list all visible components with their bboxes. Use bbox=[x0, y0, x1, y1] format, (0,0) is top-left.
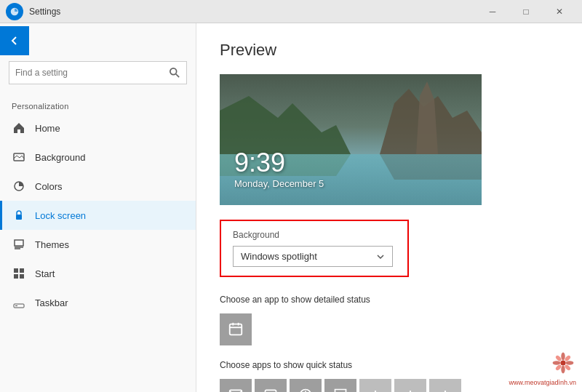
sidebar-item-taskbar-label: Taskbar bbox=[35, 297, 68, 308]
search-box[interactable] bbox=[9, 61, 187, 84]
sidebar: Personalization Home Background Colors bbox=[0, 23, 196, 392]
sidebar-item-themes-label: Themes bbox=[35, 239, 69, 250]
sidebar-item-colors[interactable]: Colors bbox=[0, 172, 196, 201]
home-icon bbox=[12, 121, 26, 135]
svg-rect-9 bbox=[20, 268, 24, 273]
themes-icon bbox=[12, 237, 26, 252]
search-icon bbox=[163, 61, 186, 84]
sidebar-item-start-label: Start bbox=[35, 268, 55, 279]
colors-icon bbox=[12, 179, 26, 193]
search-input[interactable] bbox=[9, 68, 163, 78]
window-controls: ─ □ ✕ bbox=[476, 0, 576, 23]
calendar-small-icon bbox=[263, 388, 278, 392]
chat-icon bbox=[333, 388, 348, 392]
app-icon bbox=[6, 3, 23, 20]
watermark-logo bbox=[550, 350, 576, 376]
sidebar-item-start[interactable]: Start bbox=[0, 259, 196, 288]
watermark-text: www.meovatgiadình.vn bbox=[509, 379, 576, 386]
background-dropdown[interactable]: Windows spotlight bbox=[233, 246, 393, 267]
sidebar-item-background[interactable]: Background bbox=[0, 143, 196, 172]
plus-icon-3 bbox=[438, 388, 453, 392]
close-button[interactable]: ✕ bbox=[543, 0, 576, 23]
svg-line-2 bbox=[176, 74, 179, 77]
page-title: Preview bbox=[220, 41, 559, 60]
quick-app-add-3[interactable] bbox=[429, 379, 461, 392]
quick-app-mail[interactable] bbox=[220, 379, 252, 392]
svg-rect-16 bbox=[230, 324, 242, 335]
quick-app-add-1[interactable] bbox=[359, 379, 391, 392]
background-section: Background Windows spotlight bbox=[220, 220, 409, 277]
sidebar-item-home-label: Home bbox=[35, 123, 60, 134]
quick-status-label: Choose apps to show quick status bbox=[220, 360, 559, 370]
svg-point-37 bbox=[564, 355, 571, 362]
quick-app-clock[interactable] bbox=[290, 379, 322, 392]
maximize-button[interactable]: □ bbox=[509, 0, 543, 23]
sidebar-item-taskbar[interactable]: Taskbar bbox=[0, 288, 196, 317]
sidebar-item-colors-label: Colors bbox=[35, 181, 63, 192]
svg-rect-11 bbox=[20, 274, 24, 279]
calendar-icon bbox=[228, 321, 244, 337]
sidebar-item-lock-screen[interactable]: Lock screen bbox=[0, 201, 196, 230]
plus-icon-1 bbox=[368, 388, 383, 392]
plus-icon-2 bbox=[403, 388, 418, 392]
sidebar-item-background-label: Background bbox=[35, 152, 85, 163]
lock-icon bbox=[12, 208, 26, 223]
background-icon bbox=[12, 150, 26, 164]
clock-icon bbox=[298, 388, 313, 392]
sidebar-item-themes[interactable]: Themes bbox=[0, 230, 196, 259]
background-value: Windows spotlight bbox=[241, 251, 317, 262]
svg-rect-13 bbox=[15, 305, 17, 306]
sidebar-section-label: Personalization bbox=[0, 96, 196, 113]
svg-point-33 bbox=[553, 361, 561, 364]
svg-point-30 bbox=[560, 360, 565, 365]
watermark: www.meovatgiadình.vn bbox=[509, 350, 576, 386]
app-container: Personalization Home Background Colors bbox=[0, 23, 582, 392]
svg-point-36 bbox=[564, 364, 571, 371]
preview-time: 9:39 bbox=[234, 150, 285, 176]
start-icon bbox=[12, 266, 26, 281]
svg-rect-8 bbox=[14, 268, 18, 273]
svg-point-32 bbox=[561, 366, 565, 374]
svg-point-31 bbox=[561, 353, 565, 361]
back-button[interactable] bbox=[0, 26, 29, 55]
window-title: Settings bbox=[29, 7, 476, 17]
svg-point-1 bbox=[170, 68, 177, 75]
svg-point-38 bbox=[555, 364, 562, 371]
svg-rect-5 bbox=[16, 215, 22, 220]
taskbar-icon bbox=[12, 295, 26, 310]
quick-app-calendar[interactable] bbox=[255, 379, 287, 392]
detailed-status-label: Choose an app to show detailed status bbox=[220, 295, 559, 305]
preview-date: Monday, December 5 bbox=[234, 178, 324, 189]
titlebar: Settings ─ □ ✕ bbox=[0, 0, 582, 23]
svg-point-35 bbox=[555, 355, 562, 362]
chevron-down-icon bbox=[376, 252, 385, 261]
svg-point-34 bbox=[566, 361, 574, 364]
sidebar-item-lock-screen-label: Lock screen bbox=[35, 210, 86, 221]
sidebar-item-home[interactable]: Home bbox=[0, 113, 196, 143]
lock-screen-preview: 9:39 Monday, December 5 bbox=[220, 74, 482, 205]
mail-icon bbox=[228, 388, 243, 392]
quick-app-add-2[interactable] bbox=[394, 379, 426, 392]
quick-app-messages[interactable] bbox=[324, 379, 356, 392]
detailed-status-app-icon[interactable] bbox=[220, 313, 252, 345]
content-area: Preview bbox=[196, 23, 582, 392]
svg-rect-10 bbox=[14, 274, 18, 279]
background-label: Background bbox=[233, 230, 396, 240]
minimize-button[interactable]: ─ bbox=[476, 0, 509, 23]
